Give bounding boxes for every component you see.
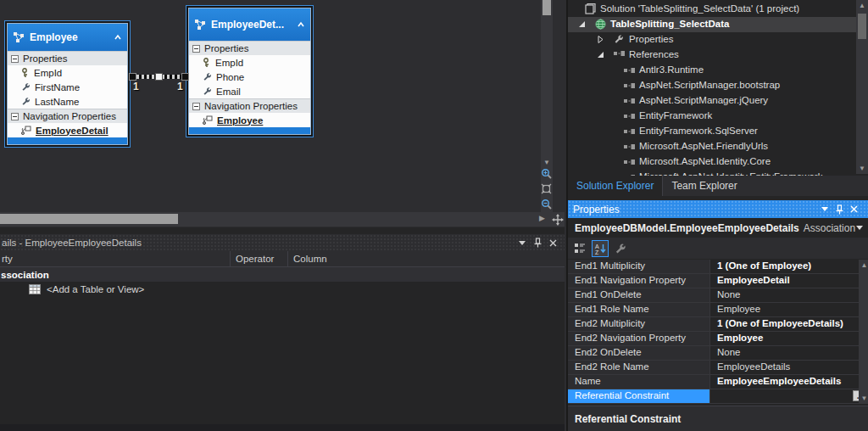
association-midpoint-handle[interactable] <box>155 73 163 81</box>
property-grid-scrollbar[interactable]: ▲ ▼ <box>859 260 868 404</box>
property-name[interactable]: End1 Multiplicity <box>568 260 710 273</box>
property-grid-row-selected[interactable]: Referential Constraint ... <box>568 389 868 404</box>
entity-header[interactable]: Employee <box>8 24 127 51</box>
tree-item-label[interactable]: Microsoft.AspNet.Identity.Core <box>639 156 771 166</box>
project-node[interactable]: TableSplitting_SelectData <box>568 17 856 32</box>
minus-box-icon[interactable] <box>11 113 19 120</box>
property-row[interactable]: EmpId <box>189 55 310 70</box>
property-row[interactable]: Phone <box>189 70 310 84</box>
reference-item[interactable]: EntityFramework <box>568 109 856 124</box>
tree-item-label[interactable]: Properties <box>629 34 673 44</box>
minus-box-icon[interactable] <box>192 103 200 110</box>
property-value[interactable]: EmployeeEmployeeDetails <box>710 375 868 389</box>
pin-icon[interactable] <box>534 238 549 248</box>
reference-item[interactable]: EntityFramework.SqlServer <box>568 124 856 139</box>
property-value[interactable]: None <box>710 288 868 302</box>
property-pages-icon[interactable] <box>612 240 629 257</box>
section-properties[interactable]: Properties <box>8 51 127 65</box>
tree-item-label[interactable]: Microsoft.AspNet.FriendlyUrls <box>639 141 768 151</box>
properties-titlebar[interactable]: Properties <box>568 200 868 218</box>
property-grid-row[interactable]: End1 Multiplicity 1 (One of Employee) <box>568 260 868 274</box>
diagram-horizontal-scrollbar[interactable]: ▶ <box>0 212 565 227</box>
window-menu-icon[interactable] <box>821 207 836 211</box>
navigation-label[interactable]: Employee <box>217 115 263 126</box>
minus-box-icon[interactable] <box>11 55 19 63</box>
property-value[interactable]: ... <box>710 389 868 403</box>
tree-item-label[interactable]: TableSplitting_SelectData <box>610 19 729 29</box>
reference-item[interactable]: Microsoft.AspNet.Identity.EntityFramewor… <box>568 170 856 176</box>
zoom-out-icon[interactable] <box>539 197 553 210</box>
entity-header[interactable]: EmployeeDet... <box>189 8 310 41</box>
references-node[interactable]: References <box>568 48 856 63</box>
property-name[interactable]: End2 OnDelete <box>568 346 710 360</box>
property-value[interactable]: Employee <box>710 332 868 345</box>
pin-icon[interactable] <box>836 204 850 215</box>
add-table-row[interactable]: <Add a Table or View> <box>0 282 565 297</box>
scrollbar-thumb[interactable] <box>0 214 178 224</box>
scroll-down-icon[interactable]: ▼ <box>856 165 868 172</box>
column-header-property[interactable]: rty <box>0 251 231 266</box>
entity-employee-details[interactable]: EmployeeDet... Properties <box>186 5 314 137</box>
properties-node[interactable]: Properties <box>568 32 856 48</box>
property-grid-row[interactable]: End2 Role Name EmployeeDetails <box>568 361 868 375</box>
property-name[interactable]: End1 Navigation Property <box>568 274 710 288</box>
scroll-up-icon[interactable]: ▲ <box>859 261 868 269</box>
property-grid-row[interactable]: End1 Navigation Property EmployeeDetail <box>568 274 868 288</box>
property-name[interactable]: End1 Role Name <box>568 303 710 316</box>
property-name[interactable]: End2 Role Name <box>568 361 710 374</box>
reference-item[interactable]: Microsoft.AspNet.Identity.Core <box>568 154 856 170</box>
property-value[interactable]: EmployeeDetail <box>710 274 868 288</box>
property-grid-row[interactable]: End2 Multiplicity 1 (One of EmployeeDeta… <box>568 317 868 332</box>
tree-item-label[interactable]: EntityFramework.SqlServer <box>639 126 758 136</box>
solution-node[interactable]: Solution 'TableSplitting_SelectData' (1 … <box>568 2 856 17</box>
mapping-category-row[interactable]: ssociation <box>0 267 565 282</box>
zoom-in-icon[interactable] <box>539 166 553 180</box>
navigation-label[interactable]: EmployeeDetail <box>36 126 108 136</box>
property-name[interactable]: End1 OnDelete <box>568 288 710 302</box>
property-row[interactable]: LastName <box>8 94 127 109</box>
chevron-up-icon[interactable] <box>114 34 122 41</box>
scroll-up-icon[interactable]: ▲ <box>856 2 868 9</box>
reference-item[interactable]: Microsoft.AspNet.FriendlyUrls <box>568 139 856 154</box>
scroll-right-icon[interactable]: ▶ <box>539 214 545 222</box>
pan-icon[interactable] <box>551 212 565 227</box>
solution-explorer-scrollbar[interactable]: ▲ ▼ <box>856 0 868 174</box>
property-grid-row[interactable]: End1 Role Name Employee <box>568 303 868 317</box>
window-menu-icon[interactable] <box>519 241 534 245</box>
reference-item[interactable]: AspNet.ScriptManager.bootstrap <box>568 78 856 93</box>
column-header-operator[interactable]: Operator <box>231 251 288 266</box>
scrollbar-thumb[interactable] <box>542 0 551 15</box>
section-navigation-properties[interactable]: Navigation Properties <box>8 109 127 123</box>
object-selector[interactable]: EmployeeDBModel.EmployeeEmployeeDetails … <box>568 218 868 238</box>
tab-solution-explorer[interactable]: Solution Explorer <box>568 176 662 196</box>
property-value[interactable]: EmployeeDetails <box>710 361 868 374</box>
property-grid-row[interactable]: End1 OnDelete None <box>568 288 868 303</box>
zoom-fit-icon[interactable] <box>539 182 553 195</box>
tree-item-label[interactable]: EntityFramework <box>639 110 712 120</box>
property-grid-row[interactable]: Name EmployeeEmployeeDetails <box>568 375 868 389</box>
property-grid-row[interactable]: End2 Navigation Property Employee <box>568 332 868 346</box>
property-row[interactable]: EmpId <box>8 65 127 80</box>
entity-diagram-canvas[interactable]: Employee Properties <box>0 0 553 212</box>
property-name[interactable]: End2 Multiplicity <box>568 317 710 331</box>
property-row[interactable]: FirstName <box>8 80 127 94</box>
chevron-up-icon[interactable] <box>297 21 305 28</box>
property-grid-row[interactable]: End2 OnDelete None <box>568 346 868 361</box>
navigation-property-row[interactable]: EmployeeDetail <box>8 123 127 137</box>
close-icon[interactable] <box>549 239 565 247</box>
property-value[interactable]: 1 (One of Employee) <box>710 260 868 273</box>
tree-item-label[interactable]: References <box>629 49 679 59</box>
property-name[interactable]: Name <box>568 375 710 389</box>
scroll-down-icon[interactable]: ▼ <box>859 395 868 402</box>
tab-team-explorer[interactable]: Team Explorer <box>662 176 745 196</box>
property-row[interactable]: Email <box>189 84 310 98</box>
tree-item-label[interactable]: Solution 'TableSplitting_SelectData' (1 … <box>600 3 799 14</box>
section-properties[interactable]: Properties <box>189 41 310 55</box>
property-value[interactable]: Employee <box>710 303 868 316</box>
property-value[interactable]: None <box>710 346 868 360</box>
expander-collapsed-icon[interactable] <box>597 36 605 44</box>
property-value[interactable]: 1 (One of EmployeeDetails) <box>710 317 868 331</box>
sort-az-icon[interactable]: AZ <box>592 240 609 257</box>
tree-item-label[interactable]: AspNet.ScriptManager.jQuery <box>639 95 768 105</box>
mapping-details-titlebar[interactable]: ails - EmployeeEmployeeDetails <box>0 234 565 251</box>
